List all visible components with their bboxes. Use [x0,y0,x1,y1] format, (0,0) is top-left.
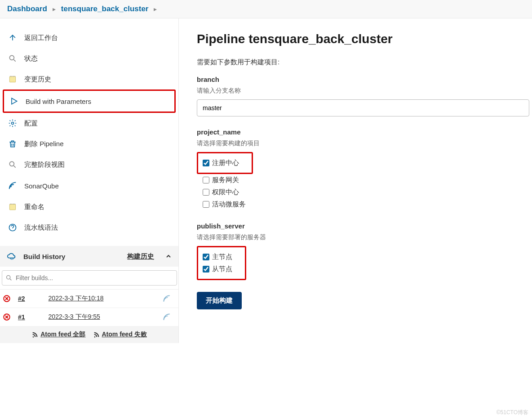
error-icon [3,313,11,321]
param-desc: 请选择需要部署的服务器 [197,233,532,241]
sidebar-item-sonarqube[interactable]: SonarQube [3,175,176,197]
option-label: 服务网关 [212,176,239,184]
option-label: 注册中心 [212,159,239,167]
feed-label: Atom feed 失败 [102,331,147,339]
search-icon [5,274,13,281]
svg-point-0 [9,55,14,60]
sidebar-item-configure[interactable]: 配置 [3,113,176,134]
checkbox[interactable] [203,189,209,196]
option-label: 活动微服务 [212,200,246,209]
sidebar-item-label: 返回工作台 [24,34,58,42]
sidebar: 返回工作台 状态 变更历史 Build with Parameters [0,18,179,343]
option-label: 主节点 [212,253,232,261]
rss-icon [93,331,100,338]
build-date[interactable]: 2022-3-3 下午10:18 [49,295,104,303]
branch-input[interactable] [197,99,529,116]
build-number[interactable]: #1 [18,313,25,321]
wave-icon [162,313,171,322]
error-icon [3,295,11,303]
feeds-bar: Atom feed 全部 Atom feed 失败 [0,326,178,343]
sidebar-item-label: 流水线语法 [24,223,58,232]
atom-feed-all[interactable]: Atom feed 全部 [31,331,85,339]
publish-option[interactable]: 从节点 [202,263,233,275]
page-title: Pipeline tensquare_back_cluster [197,32,532,46]
sidebar-item-label: 重命名 [24,203,44,211]
build-button[interactable]: 开始构建 [197,292,242,309]
feed-label: Atom feed 全部 [40,331,85,339]
chevron-up-icon [165,253,172,260]
filter-builds-input[interactable] [2,270,177,286]
param-branch: branch 请输入分支名称 [197,76,532,116]
param-label: branch [197,76,532,83]
chevron-right-icon: ▸ [53,5,56,13]
play-icon [9,97,19,106]
option-label: 权限中心 [212,188,239,197]
param-label: publish_server [197,222,532,230]
svg-point-4 [9,161,14,166]
checkbox[interactable] [203,266,209,273]
wave-icon [7,181,18,191]
param-desc: 请选择需要构建的项目 [197,139,532,147]
sidebar-item-changes[interactable]: 变更历史 [3,69,176,89]
param-label: project_name [197,128,532,136]
option-label: 从节点 [212,265,232,273]
project-option[interactable]: 活动微服务 [202,198,532,210]
param-desc: 请输入分支名称 [197,87,532,95]
sidebar-item-back[interactable]: 返回工作台 [3,27,176,48]
notepad-icon [7,202,18,211]
svg-rect-5 [9,204,15,210]
sidebar-item-label: 删除 Pipeline [24,140,64,148]
search-icon [7,54,18,63]
checkbox[interactable] [203,160,209,166]
chevron-right-icon: ▸ [154,5,157,13]
project-option-highlight: 注册中心 [197,152,253,174]
gear-icon [7,119,18,128]
param-project-name: project_name 请选择需要构建的项目 注册中心 服务网关 [197,128,532,210]
notepad-icon [7,75,18,84]
cloud-icon [6,251,17,261]
arrow-up-icon [7,33,18,42]
sidebar-item-label: 状态 [24,54,38,63]
help-icon [7,223,18,232]
svg-point-7 [7,276,10,279]
project-option[interactable]: 注册中心 [202,157,240,169]
sidebar-item-delete[interactable]: 删除 Pipeline [3,134,176,154]
sidebar-item-label: 配置 [24,119,38,128]
sidebar-item-build-params[interactable]: Build with Parameters [3,89,176,113]
publish-option-highlight: 主节点 从节点 [197,246,246,280]
build-row[interactable]: #1 2022-3-3 下午9:55 [0,308,178,326]
build-number[interactable]: #2 [18,295,25,302]
rss-icon [31,331,39,338]
publish-option[interactable]: 主节点 [202,251,233,263]
main-content: Pipeline tensquare_back_cluster 需要如下参数用于… [179,18,532,343]
build-hint: 需要如下参数用于构建项目: [197,58,532,67]
breadcrumb: Dashboard ▸ tensquare_back_cluster ▸ [0,0,532,18]
param-publish-server: publish_server 请选择需要部署的服务器 主节点 从节点 [197,222,532,280]
atom-feed-fail[interactable]: Atom feed 失败 [93,331,147,339]
search-icon [7,160,18,169]
build-date[interactable]: 2022-3-3 下午9:55 [49,313,100,321]
sidebar-item-stage-view[interactable]: 完整阶段视图 [3,154,176,175]
checkbox[interactable] [203,201,209,208]
build-history-header[interactable]: Build History 构建历史 [0,246,178,267]
build-row[interactable]: #2 2022-3-3 下午10:18 [0,289,178,308]
sidebar-item-status[interactable]: 状态 [3,48,176,69]
checkbox[interactable] [203,254,209,260]
breadcrumb-project[interactable]: tensquare_back_cluster [61,4,149,13]
build-history-subtitle: 构建历史 [127,252,154,261]
sidebar-item-rename[interactable]: 重命名 [3,197,176,217]
checkbox[interactable] [203,177,209,183]
wave-icon [162,294,171,303]
breadcrumb-dashboard[interactable]: Dashboard [7,4,47,13]
project-option[interactable]: 权限中心 [202,186,532,198]
project-option[interactable]: 服务网关 [202,174,532,186]
sidebar-item-label: 变更历史 [24,75,51,84]
sidebar-item-label: Build with Parameters [26,98,91,105]
svg-rect-1 [9,76,15,82]
trash-icon [7,139,18,148]
sidebar-item-label: 完整阶段视图 [24,161,65,169]
sidebar-item-syntax[interactable]: 流水线语法 [3,217,176,238]
sidebar-item-label: SonarQube [24,182,59,190]
svg-marker-2 [12,98,17,104]
svg-point-3 [12,122,14,125]
